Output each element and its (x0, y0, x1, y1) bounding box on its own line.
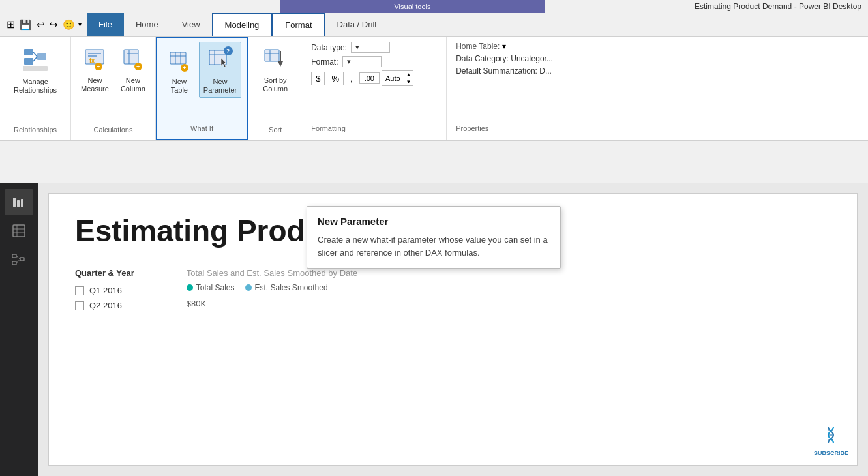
data-type-label: Data type: (311, 43, 347, 52)
svg-marker-31 (278, 61, 283, 67)
tooltip-title: New Parameter (318, 216, 550, 227)
ribbon-content: Manage Relationships Relationships fx (0, 37, 868, 141)
new-parameter-button[interactable]: ? New Parameter (199, 42, 241, 98)
ribbon-group-sort: Sort by Column Sort (248, 37, 303, 140)
new-parameter-label: New Parameter (203, 78, 237, 95)
ribbon-group-relationships: Manage Relationships Relationships (0, 37, 71, 140)
ribbon-group-calculations: fx + New Measure (71, 37, 156, 140)
new-measure-icon: fx + (82, 44, 107, 76)
manage-relationships-button[interactable]: Manage Relationships (8, 40, 63, 98)
ribbon-group-whatif: + New Table (156, 37, 248, 140)
sidebar (0, 183, 38, 476)
sort-group-label: Sort (269, 126, 282, 136)
save-icon[interactable]: 💾 (18, 18, 33, 32)
legend-item-q1: Q1 2016 (75, 286, 134, 295)
new-measure-button[interactable]: fx + New Measure (76, 40, 113, 126)
undo-icon[interactable]: ↩ (35, 18, 46, 32)
tooltip-popup: New Parameter Create a new what-if param… (307, 206, 561, 269)
subscribe-badge: SUBSCRIBE (814, 426, 848, 456)
format-controls-row: $ % , .00 Auto ▲ ▼ (311, 70, 438, 86)
sort-icon (262, 44, 289, 76)
spinner-up[interactable]: ▲ (404, 71, 413, 78)
svg-rect-12 (124, 50, 138, 64)
chart-value: $80K (187, 299, 357, 308)
svg-rect-1 (24, 58, 33, 65)
data-type-dropdown[interactable]: ▾ (351, 42, 390, 53)
app-title: Estimating Product Demand - Power BI Des… (695, 2, 861, 11)
chart-legend-total-sales: Total Sales (187, 283, 235, 292)
new-column-label: New Column (121, 76, 145, 93)
q1-checkbox[interactable] (75, 286, 84, 295)
manage-relationships-icon (21, 44, 50, 76)
q2-checkbox[interactable] (75, 301, 84, 310)
svg-line-4 (33, 57, 37, 61)
properties-group-label: Properties (456, 125, 581, 135)
qa-icon: ⊞ (5, 17, 16, 32)
percent-button[interactable]: % (327, 72, 344, 85)
svg-rect-40 (12, 261, 16, 265)
svg-rect-39 (12, 254, 16, 258)
decimal-button[interactable]: .00 (359, 72, 380, 84)
tab-format[interactable]: Format (272, 13, 325, 36)
chart-legend-est-sales: Est. Sales Smoothed (245, 283, 328, 292)
ribbon-group-formatting: Data type: ▾ Format: ▾ $ % (303, 37, 447, 140)
format-label: Format: (311, 57, 338, 67)
tab-file[interactable]: File (87, 13, 124, 36)
svg-text:+: + (136, 63, 140, 70)
visual-tools-banner: Visual tools (280, 0, 545, 13)
manage-relationships-label: Manage Relationships (14, 78, 57, 95)
auto-spinner[interactable]: Auto ▲ ▼ (382, 70, 414, 86)
dna-icon (822, 426, 840, 449)
dollar-button[interactable]: $ (311, 72, 325, 85)
subscribe-label: SUBSCRIBE (814, 450, 848, 456)
legend-section: Quarter & Year Q1 2016 Q2 2016 (75, 268, 134, 316)
tab-data-drill[interactable]: Data / Drill (325, 13, 389, 36)
home-table-dropdown[interactable]: ▾ (502, 42, 506, 51)
format-dropdown[interactable]: ▾ (342, 56, 382, 67)
svg-rect-17 (170, 52, 186, 64)
smiley-icon[interactable]: 🙂 (61, 18, 76, 32)
legend-title: Quarter & Year (75, 268, 134, 278)
svg-text:+: + (183, 65, 186, 71)
new-table-button[interactable]: + New Table (162, 42, 196, 98)
new-table-label: New Table (171, 78, 188, 95)
data-type-row: Data type: ▾ (311, 42, 438, 53)
svg-rect-34 (21, 199, 23, 207)
sort-by-column-label: Sort by Column (263, 76, 288, 93)
svg-rect-33 (17, 200, 20, 207)
new-parameter-icon: ? (207, 45, 234, 78)
data-category-row: Data Category: Uncategor... (456, 54, 581, 63)
new-column-button[interactable]: + New Column (116, 40, 150, 126)
default-summarization-row: Default Summarization: D... (456, 67, 581, 76)
svg-text:fx: fx (89, 57, 95, 64)
redo-icon[interactable]: ↪ (48, 18, 59, 32)
svg-rect-5 (23, 66, 48, 71)
svg-line-43 (16, 260, 20, 263)
comma-button[interactable]: , (346, 72, 357, 85)
est-sales-dot (245, 284, 252, 291)
new-measure-label: New Measure (81, 76, 109, 93)
ribbon: ⊞ 💾 ↩ ↪ 🙂 ▾ File Home View Modeling Form… (0, 13, 868, 183)
qa-dropdown-icon[interactable]: ▾ (78, 21, 82, 28)
format-row: Format: ▾ (311, 56, 438, 67)
sidebar-item-data[interactable] (5, 218, 33, 244)
svg-rect-35 (13, 225, 25, 237)
sidebar-item-model[interactable] (5, 246, 33, 273)
tab-bar: ⊞ 💾 ↩ ↪ 🙂 ▾ File Home View Modeling Form… (0, 13, 868, 37)
sort-by-column-button[interactable]: Sort by Column (256, 40, 295, 97)
whatif-group-label: What If (190, 125, 213, 135)
sidebar-item-report[interactable] (5, 189, 33, 215)
svg-rect-27 (265, 50, 279, 61)
new-column-icon: + (121, 44, 145, 76)
tooltip-body: Create a new what-if parameter whose val… (318, 233, 550, 259)
new-table-icon: + (167, 45, 192, 78)
svg-line-42 (16, 256, 20, 260)
home-table-label: Home Table: (456, 42, 500, 51)
tab-view[interactable]: View (170, 13, 212, 36)
tab-modeling[interactable]: Modeling (212, 13, 273, 36)
home-table-row: Home Table: ▾ (456, 42, 581, 51)
chart-title: Total Sales and Est. Sales Smoothed by D… (187, 268, 357, 278)
chart-section: Total Sales and Est. Sales Smoothed by D… (187, 268, 357, 316)
spinner-down[interactable]: ▼ (404, 78, 413, 85)
tab-home[interactable]: Home (124, 13, 170, 36)
